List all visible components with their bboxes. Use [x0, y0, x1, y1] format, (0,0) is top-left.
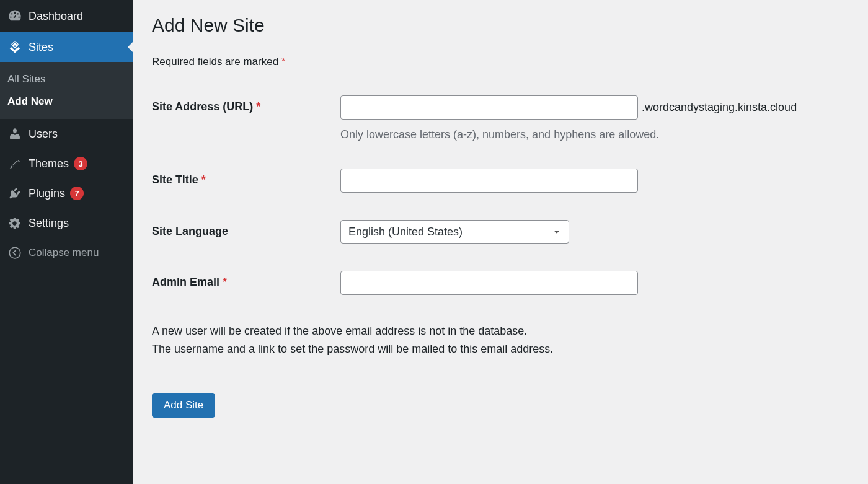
sidebar-item-plugins[interactable]: Plugins 7 — [0, 178, 133, 208]
required-mark: * — [281, 56, 286, 68]
field-row-title: Site Title * — [152, 169, 849, 193]
address-label: Site Address (URL) * — [152, 95, 340, 113]
sidebar-label: Users — [29, 128, 58, 141]
settings-icon — [7, 216, 22, 231]
sidebar-item-users[interactable]: Users — [0, 119, 133, 149]
themes-badge: 3 — [74, 157, 87, 170]
field-row-address: Site Address (URL) * .wordcandystaging.k… — [152, 95, 849, 141]
sidebar-item-sites[interactable]: Sites — [0, 32, 133, 62]
admin-email-input[interactable] — [340, 271, 638, 295]
sidebar-item-dashboard[interactable]: Dashboard — [0, 0, 133, 32]
plugins-badge: 7 — [70, 187, 84, 200]
title-label: Site Title * — [152, 169, 340, 187]
sites-icon — [7, 40, 22, 55]
address-hint: Only lowercase letters (a-z), numbers, a… — [340, 128, 849, 141]
collapse-icon — [7, 245, 22, 260]
admin-sidebar: Dashboard Sites All Sites Add New Users … — [0, 0, 133, 484]
submenu-all-sites[interactable]: All Sites — [0, 68, 133, 90]
users-icon — [7, 126, 22, 141]
sidebar-item-settings[interactable]: Settings — [0, 208, 133, 238]
collapse-label: Collapse menu — [29, 247, 99, 259]
site-title-input[interactable] — [340, 169, 638, 193]
field-row-email: Admin Email * — [152, 271, 849, 295]
sidebar-label: Dashboard — [29, 10, 83, 23]
dashboard-icon — [7, 9, 22, 24]
themes-icon — [7, 156, 22, 171]
sidebar-label: Plugins — [29, 187, 65, 200]
add-site-button[interactable]: Add Site — [152, 393, 215, 418]
email-label: Admin Email * — [152, 271, 340, 289]
plugins-icon — [7, 186, 22, 201]
sidebar-label: Themes — [29, 157, 69, 170]
sidebar-label: Settings — [29, 217, 69, 230]
sidebar-label: Sites — [29, 41, 53, 54]
submenu-add-new[interactable]: Add New — [0, 90, 133, 113]
domain-suffix: .wordcandystaging.kinsta.cloud — [642, 101, 797, 114]
site-address-input[interactable] — [340, 95, 638, 120]
email-info: A new user will be created if the above … — [152, 322, 849, 358]
field-row-language: Site Language English (United States) — [152, 220, 849, 244]
sites-submenu: All Sites Add New — [0, 62, 133, 119]
site-language-select[interactable]: English (United States) — [340, 220, 569, 244]
svg-point-0 — [9, 247, 20, 258]
language-label: Site Language — [152, 220, 340, 238]
collapse-menu[interactable]: Collapse menu — [0, 238, 133, 268]
page-title: Add New Site — [152, 15, 849, 36]
main-content: Add New Site Required fields are marked … — [133, 0, 868, 484]
required-fields-note: Required fields are marked * — [152, 56, 849, 68]
sidebar-item-themes[interactable]: Themes 3 — [0, 149, 133, 178]
